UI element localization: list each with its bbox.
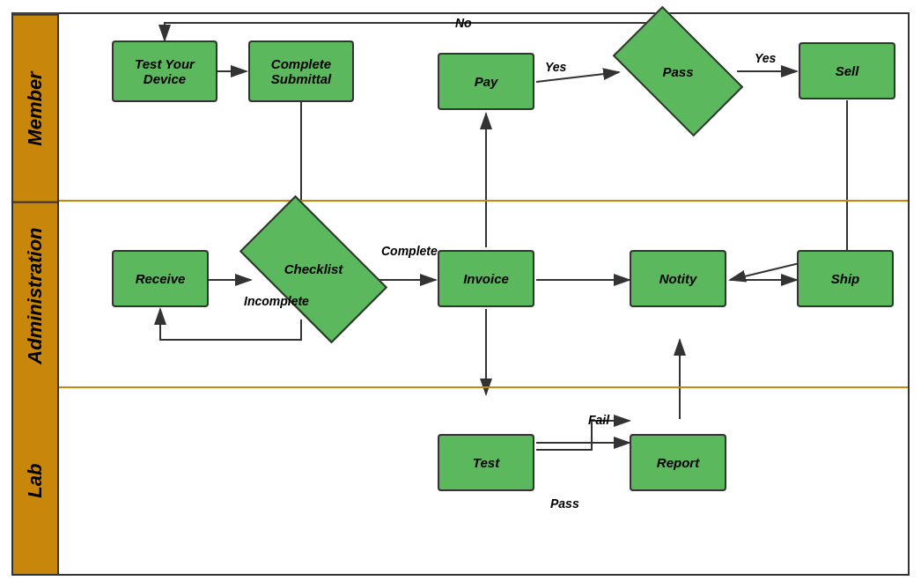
lane-label-lab: Lab — [13, 388, 57, 574]
pass-diamond-label: Pass — [662, 64, 693, 79]
complete-submittal-box: CompleteSubmittal — [248, 40, 354, 102]
invoice-box: Invoice — [438, 250, 534, 307]
complete-submittal-label: CompleteSubmittal — [271, 56, 331, 86]
checklist-diamond-label: Checklist — [284, 261, 343, 276]
ship-box: Ship — [797, 250, 894, 307]
sell-label: Sell — [836, 63, 859, 78]
receive-box: Receive — [112, 250, 209, 307]
lane-labels: Member Administration Lab — [13, 14, 59, 574]
complete-label: Complete — [381, 244, 438, 258]
fail-label: Fail — [588, 413, 609, 427]
lane-administration: Receive Checklist Invoice Notity Ship In… — [59, 202, 908, 389]
lane-label-member: Member — [13, 14, 57, 202]
notify-label: Notity — [659, 271, 697, 286]
incomplete-label: Incomplete — [244, 294, 309, 308]
receive-label: Receive — [136, 271, 186, 286]
test-your-device-label: Test YourDevice — [135, 56, 195, 86]
notify-box: Notity — [630, 250, 726, 307]
no-label: No — [455, 16, 472, 30]
invoice-label: Invoice — [463, 271, 509, 286]
pay-box: Pay — [438, 53, 534, 110]
lane-member: Test YourDevice CompleteSubmittal Pay Pa… — [59, 14, 908, 202]
lane-label-administration: Administration — [13, 202, 57, 389]
report-label: Report — [657, 455, 699, 470]
sell-box: Sell — [799, 42, 895, 99]
yes-pass-label: Yes — [755, 51, 776, 65]
test-label: Test — [473, 455, 499, 470]
lane-lab: Test Report Fail Pass — [59, 388, 908, 574]
test-your-device-box: Test YourDevice — [112, 40, 217, 102]
pass-diamond: Pass — [621, 36, 735, 107]
pay-label: Pay — [475, 74, 498, 89]
diagram-container: Member Administration Lab — [11, 12, 910, 576]
report-box: Report — [630, 434, 726, 491]
test-box: Test — [438, 434, 534, 491]
ship-label: Ship — [831, 271, 860, 286]
yes-pay-label: Yes — [545, 60, 566, 74]
lanes-content: Test YourDevice CompleteSubmittal Pay Pa… — [59, 14, 908, 574]
pass-lab-label: Pass — [550, 496, 579, 511]
